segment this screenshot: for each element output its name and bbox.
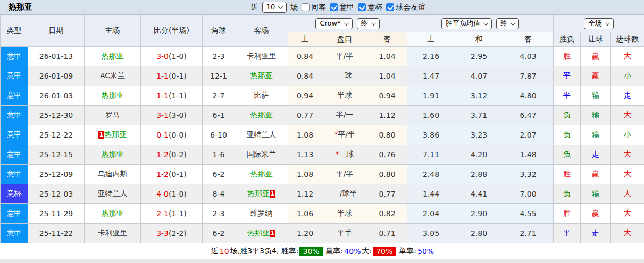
away-team[interactable]: 热那亚: [250, 169, 273, 178]
away-team[interactable]: 热那亚: [250, 71, 273, 80]
avg-stage-select[interactable]: 终: [496, 18, 519, 29]
handicap-line: 半球: [337, 209, 352, 217]
match-history-table: 类型日期主场比分(半场)角球客场Crow*终胜平负均值终全场主盘口客主和客胜负让…: [0, 15, 644, 243]
result-wdl: 胜: [554, 165, 581, 184]
match-date: 25-12-15: [28, 145, 85, 165]
home-team[interactable]: 亚特兰大: [98, 189, 128, 198]
checked-checkbox[interactable]: [330, 3, 338, 11]
odds-away-header: 客: [367, 32, 407, 47]
result-goals: 大: [611, 145, 644, 165]
avg-draw-header: 和: [455, 32, 503, 47]
away-odds: 0.77: [367, 184, 407, 204]
away-team-cell: 国际米兰: [235, 145, 288, 165]
away-team[interactable]: 比萨: [254, 91, 269, 99]
result-goals: 大: [611, 47, 644, 66]
away-team[interactable]: 维罗纳: [250, 209, 273, 217]
scope-select-value: 全场: [588, 19, 602, 28]
result-handicap: 输: [581, 125, 611, 145]
match-history-panel: 热那亚 近 10 场 同客意甲意杯球会友谊 类型日期主场比分(半场)角球客场Cr…: [0, 0, 644, 263]
result-group-header: 全场: [554, 15, 644, 32]
avg-away-odds: 3.32: [503, 165, 554, 184]
corner-count: 6-10: [203, 125, 235, 145]
competition-filter-0[interactable]: 同客: [302, 3, 326, 12]
match-date: 26-01-09: [28, 66, 85, 86]
half-time-score: (1-1): [169, 91, 187, 100]
away-team[interactable]: 亚特兰大: [247, 130, 277, 139]
score-cell: 0-1(0-0): [141, 125, 203, 145]
match-type-badge: 意甲: [1, 47, 28, 66]
away-team[interactable]: 卡利亚里: [247, 52, 277, 60]
away-team-cell: 热那亚1: [235, 184, 288, 204]
bookmaker-select[interactable]: Crow*: [315, 18, 352, 29]
away-team[interactable]: 热那亚: [250, 111, 273, 119]
home-team[interactable]: 卡利亚里: [98, 228, 128, 237]
away-team-cell: 热那亚: [235, 66, 288, 86]
result-wdl: 负: [554, 145, 581, 165]
match-row: 意甲25-12-09乌迪内斯1-2(0-1)6-2热那亚1.08平/半0.802…: [1, 165, 644, 184]
competition-filter-3[interactable]: 球会友谊: [386, 3, 425, 12]
match-row: 意甲25-12-15热那亚1-2(0-2)1-6国际米兰1.13*一球0.767…: [1, 145, 644, 165]
handicap-line: 半/一: [336, 111, 354, 119]
full-time-score: 1-2: [156, 150, 169, 159]
result-handicap: 走: [581, 224, 611, 243]
home-team[interactable]: 热那亚: [102, 52, 124, 60]
unchecked-checkbox[interactable]: [302, 3, 310, 11]
odds-stage-select[interactable]: 终: [357, 18, 380, 29]
summary-text: 近: [211, 247, 219, 256]
result-wdl-header: 胜负: [554, 32, 581, 47]
home-team-cell: AC米兰: [85, 66, 141, 86]
summary-text: 50%: [417, 247, 434, 256]
avg-metric-select[interactable]: 胜平负均值: [441, 18, 492, 29]
result-goals: 大: [611, 204, 644, 224]
scope-select[interactable]: 全场: [584, 18, 614, 29]
checked-checkbox[interactable]: [386, 3, 394, 11]
full-time-score: 3-0: [156, 52, 169, 61]
home-team[interactable]: 罗马: [105, 111, 120, 119]
chevron-down-icon: [344, 20, 349, 26]
odds-handicap-header: 盘口: [322, 32, 367, 47]
competition-filter-1[interactable]: 意甲: [330, 3, 354, 12]
match-date: 25-12-30: [28, 106, 85, 125]
away-team[interactable]: 热那亚: [247, 189, 270, 198]
full-time-score: 1-1: [156, 72, 169, 80]
avg-away-odds: 2.07: [503, 125, 554, 145]
result-handicap: 输: [581, 86, 611, 106]
match-row: 意甲26-01-03热那亚1-1(1-1)2-7比萨0.94半球0.941.91…: [1, 86, 644, 106]
away-odds: 1.12: [367, 106, 407, 125]
avg-away-odds: 4.03: [503, 47, 554, 66]
match-date: 25-11-22: [28, 224, 85, 243]
avg-home-odds: 3.05: [407, 224, 455, 243]
result-handicap: 赢: [581, 165, 611, 184]
corner-count: 6-2: [203, 165, 235, 184]
recent-count-select[interactable]: 10: [262, 2, 287, 13]
summary-rate-badge: 70%: [373, 247, 396, 256]
home-team[interactable]: 热那亚: [104, 130, 127, 139]
home-team[interactable]: 热那亚: [102, 91, 124, 99]
corner-count: 6-2: [203, 224, 235, 243]
handicap-cell: 平/半: [322, 47, 367, 66]
home-team-cell: 卡利亚里: [85, 224, 141, 243]
home-team[interactable]: 热那亚: [102, 150, 124, 158]
away-odds: 0.71: [367, 224, 407, 243]
away-team-cell: 比萨: [235, 86, 288, 106]
home-team[interactable]: 乌迪内斯: [98, 169, 128, 178]
checkbox-label: 意杯: [367, 3, 382, 12]
checked-checkbox[interactable]: [358, 3, 366, 11]
half-time-score: (1-1): [169, 209, 187, 218]
recent-label: 近: [251, 3, 258, 12]
avg-away-odds: 4.80: [503, 86, 554, 106]
score-cell: 3-1(3-0): [141, 106, 203, 125]
home-team[interactable]: 热那亚: [102, 209, 124, 217]
matches-label: 场: [290, 3, 298, 12]
away-team[interactable]: 国际米兰: [247, 150, 277, 158]
competition-filter-2[interactable]: 意杯: [358, 3, 382, 12]
away-team[interactable]: 热那亚: [247, 228, 270, 237]
result-handicap: 走: [581, 145, 611, 165]
match-date: 26-01-03: [28, 86, 85, 106]
corner-count: 1-6: [203, 145, 235, 165]
home-team[interactable]: AC米兰: [100, 71, 125, 80]
home-team-cell: 热那亚: [85, 47, 141, 66]
live-star-marker: *: [336, 150, 339, 158]
chevron-down-icon: [483, 20, 489, 26]
handicap-line: 平/半: [338, 130, 355, 139]
